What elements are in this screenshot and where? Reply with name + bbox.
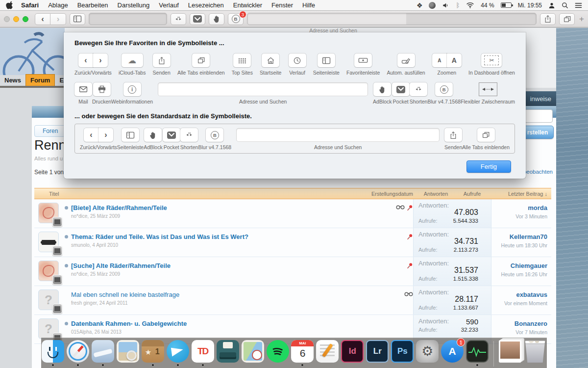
avatar[interactable] — [38, 232, 59, 252]
last-post-user-link[interactable]: exbatavus — [491, 291, 547, 298]
dock-trash[interactable] — [523, 340, 547, 366]
item-icloud-tabs[interactable]: ☁ iCloud-Tabs — [119, 53, 146, 76]
minimize-window-button[interactable] — [13, 16, 19, 22]
dock-calendar[interactable]: MAI6 — [291, 340, 315, 366]
std-shorten[interactable]: Shorten — [180, 128, 198, 150]
std-adblock[interactable]: AdBlock — [144, 128, 163, 150]
dock-lightroom[interactable]: Lr — [366, 340, 389, 366]
std-share[interactable]: Senden — [444, 128, 462, 150]
volume-icon[interactable] — [442, 2, 449, 9]
col-antworten[interactable]: Antworten — [424, 191, 448, 197]
item-adblock[interactable]: AdBlock — [373, 82, 392, 105]
item-flexible-space[interactable]: Flexibler Zwischenraum — [461, 82, 515, 105]
user-icon[interactable] — [548, 2, 555, 9]
item-shorten[interactable]: Shorten — [410, 82, 428, 105]
thread-title-link[interactable]: Thema: Räder und Teile. Was ist Das und … — [71, 233, 248, 240]
new-tab-plus-icon[interactable]: + — [579, 14, 584, 24]
item-pocket[interactable]: Pocket — [392, 82, 410, 105]
thread-title-link[interactable]: [Suche] Alte Räder/Rahmen/Teile — [71, 262, 171, 269]
item-web-info[interactable]: i Webinformationen — [111, 82, 153, 105]
sidebar-search-input[interactable] — [522, 109, 553, 123]
dock-mail[interactable] — [91, 340, 115, 366]
address-search-well[interactable] — [247, 13, 537, 25]
table-row[interactable]: Thema: Räder und Teile. Was ist Das und … — [34, 228, 551, 257]
col-letzter-beitrag[interactable]: Letzter Beitrag ↓ — [491, 191, 551, 197]
menu-verlauf[interactable]: Verlauf — [159, 1, 178, 9]
close-window-button[interactable] — [4, 16, 10, 22]
item-back-forward[interactable]: ‹› Zurück/Vorwärts — [74, 53, 112, 76]
item-top-sites[interactable]: Top Sites — [232, 53, 253, 76]
dock-photo-stack[interactable] — [498, 340, 522, 366]
item-show-all-tabs[interactable]: Alle Tabs einblenden — [177, 53, 225, 76]
dock-finder[interactable] — [41, 340, 65, 366]
blur-extension-button[interactable]: B 3 — [228, 13, 244, 25]
dock-photos[interactable] — [116, 340, 140, 366]
std-show-all-tabs[interactable]: Alle Tabs einblenden — [462, 128, 510, 150]
wifi-icon[interactable] — [466, 2, 474, 8]
default-set-box[interactable]: ‹› Zurück/Vorwärts Seitenleiste AdBlock … — [74, 124, 515, 154]
dock-spotify[interactable] — [266, 340, 290, 366]
shorten-extension-button[interactable] — [171, 13, 186, 25]
dock-app-store[interactable]: A1 — [441, 340, 464, 366]
dock-indesign[interactable]: Id — [341, 340, 364, 366]
item-share[interactable]: Senden — [153, 53, 171, 76]
dock-typewriter-app[interactable] — [216, 340, 240, 366]
menu-fenster[interactable]: Fenster — [271, 1, 293, 9]
item-homepage[interactable]: Startseite — [260, 53, 281, 76]
item-zoom[interactable]: AA Zoomen — [432, 53, 462, 76]
item-autofill[interactable]: Autom. ausfüllen — [387, 53, 425, 76]
menu-safari[interactable]: Safari — [21, 1, 39, 9]
dock-system-preferences[interactable]: ⚙ — [416, 340, 439, 366]
dock-todoist[interactable]: TD — [191, 340, 215, 366]
sidebar-button[interactable] — [70, 13, 85, 25]
thread-title-link[interactable]: [Biete] Alte Räder/Rahmen/Teile — [71, 204, 167, 211]
bluetooth-icon[interactable]: ᛒ — [456, 1, 460, 9]
avatar[interactable]: ? — [38, 289, 59, 310]
create-thread-button[interactable]: rstellen — [521, 126, 554, 139]
last-post-user-link[interactable]: Chiemgauer — [491, 262, 547, 269]
apple-menu-icon[interactable] — [6, 1, 13, 9]
spotlight-search-icon[interactable] — [562, 2, 568, 9]
last-post-user-link[interactable]: Bonanzero — [491, 320, 547, 327]
item-open-in-dashboard[interactable]: ✂ In Dashboard öffnen — [468, 53, 515, 76]
last-post-user-link[interactable]: morda — [491, 204, 547, 211]
toolbar-empty-well[interactable] — [89, 13, 167, 25]
share-button[interactable] — [540, 13, 556, 25]
table-row[interactable]: [Suche] Alte Räder/Rahmen/Teile no*dice,… — [34, 257, 551, 286]
col-aufrufe[interactable]: Aufrufe — [464, 191, 481, 197]
site-tab-forum[interactable]: Forum — [25, 74, 55, 86]
dock-package-box-app[interactable]: ★1 — [141, 340, 165, 366]
zoom-window-button[interactable] — [23, 16, 28, 22]
dropbox-icon[interactable]: ❖ — [416, 1, 423, 9]
col-titel[interactable]: Titel — [49, 191, 59, 197]
dock-pages[interactable] — [316, 340, 339, 366]
item-address-search[interactable]: Adresse und Suchen — [158, 82, 368, 105]
dock-telegram[interactable] — [166, 340, 190, 366]
menu-ablage[interactable]: Ablage — [48, 1, 68, 9]
pocket-extension-button[interactable] — [190, 13, 205, 25]
thread-title-link[interactable]: Mal eben schnell ne kleine bastelfrage — [71, 291, 179, 298]
std-address-search[interactable]: Adresse und Suchen — [236, 128, 440, 150]
item-sidebar[interactable]: Seitenleiste — [313, 53, 340, 76]
menu-bearbeiten[interactable]: Bearbeiten — [77, 1, 108, 9]
caffeine-icon[interactable] — [429, 2, 436, 9]
last-post-user-link[interactable]: Kellerman70 — [491, 233, 547, 240]
dock-activity-monitor[interactable] — [466, 340, 489, 366]
std-pocket[interactable]: Pocket — [163, 128, 180, 150]
avatar[interactable] — [38, 261, 59, 281]
item-history[interactable]: Verlauf — [289, 53, 306, 76]
breadcrumb[interactable]: Foren — [34, 125, 66, 137]
item-print[interactable]: Drucken — [92, 82, 111, 105]
menu-lesezeichen[interactable]: Lesezeichen — [188, 1, 224, 9]
item-favorites-bar[interactable]: Favoritenleiste — [346, 53, 380, 76]
done-button[interactable]: Fertig — [466, 160, 511, 173]
site-tab-news[interactable]: News — [0, 75, 25, 86]
menu-hilfe[interactable]: Hilfe — [302, 1, 315, 9]
std-sidebar[interactable]: Seitenleiste — [117, 128, 144, 150]
table-row[interactable]: [Biete] Alte Räder/Rahmen/Teile no*dice,… — [34, 199, 551, 228]
item-mail[interactable]: Mail — [74, 82, 92, 105]
avatar[interactable] — [38, 203, 59, 223]
dock-photoshop[interactable]: Ps — [391, 340, 414, 366]
item-blur[interactable]: B Blur v4.7.1568 — [427, 82, 461, 105]
std-back-forward[interactable]: ‹› Zurück/Vorwärts — [80, 128, 117, 150]
